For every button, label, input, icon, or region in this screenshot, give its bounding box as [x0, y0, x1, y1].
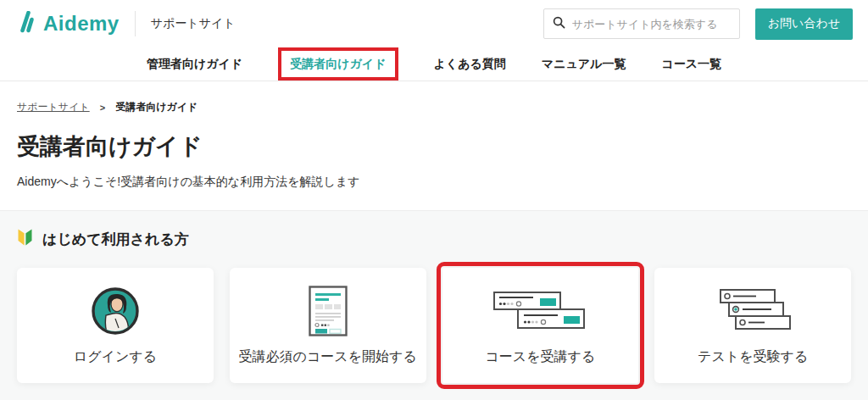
breadcrumb: サポートサイト > 受講者向けガイド: [17, 100, 851, 114]
breadcrumb-current: 受講者向けガイド: [115, 100, 198, 114]
nav-item-manual-list[interactable]: マニュアル一覧: [542, 57, 626, 72]
main-nav: 管理者向けガイド 受講者向けガイド よくある質問 マニュアル一覧 コース一覧: [0, 47, 868, 81]
aidemy-logo[interactable]: Aidemy: [17, 11, 120, 36]
nav-item-faq[interactable]: よくある質問: [434, 57, 506, 72]
page-title: 受講者向けガイド: [17, 131, 851, 162]
card-login[interactable]: ログインする: [17, 268, 214, 383]
test-options-icon: [712, 285, 793, 337]
section-heading-label: はじめて利用される方: [42, 230, 189, 249]
search-input[interactable]: [572, 18, 731, 31]
card-required-course[interactable]: 受講必須のコースを開始する: [230, 268, 426, 383]
card-take-test[interactable]: テストを受験する: [654, 268, 851, 383]
beginner-mark-icon: [17, 228, 33, 251]
breadcrumb-home-link[interactable]: サポートサイト: [17, 100, 90, 114]
beginner-section: はじめて利用される方 ログインする: [0, 210, 868, 400]
login-avatar-icon: [91, 285, 140, 337]
annotation-box-nav: 受講者向けガイド: [278, 47, 398, 81]
contact-button[interactable]: お問い合わせ: [755, 8, 853, 40]
hero: サポートサイト > 受講者向けガイド 受講者向けガイド Aidemyへようこそ!…: [0, 81, 868, 210]
aidemy-logo-text: Aidemy: [43, 12, 120, 36]
required-course-document-icon: [309, 285, 348, 337]
nav-item-learner-guide[interactable]: 受講者向けガイド: [290, 57, 386, 70]
card-take-course[interactable]: コースを受講する: [442, 268, 639, 383]
search-icon: [553, 16, 565, 32]
page-subtitle: Aidemyへようこそ!受講者向けの基本的な利用方法を解説します: [17, 175, 851, 190]
nav-item-admin-guide[interactable]: 管理者向けガイド: [147, 57, 242, 72]
breadcrumb-separator: >: [100, 103, 105, 113]
card-label: ログインする: [74, 348, 157, 366]
header: Aidemy サポートサイト お問い合わせ: [0, 0, 868, 47]
section-heading: はじめて利用される方: [17, 228, 851, 251]
header-divider: [135, 11, 136, 36]
cards-grid: ログインする: [17, 268, 851, 383]
aidemy-logo-icon: [17, 11, 37, 36]
nav-item-course-list[interactable]: コース一覧: [661, 57, 721, 72]
course-rows-icon: [492, 285, 587, 337]
site-label: サポートサイト: [151, 16, 236, 31]
card-label: コースを受講する: [485, 348, 595, 366]
search-box[interactable]: [543, 8, 740, 39]
card-label: テストを受験する: [698, 348, 808, 366]
card-label: 受講必須のコースを開始する: [239, 348, 417, 366]
